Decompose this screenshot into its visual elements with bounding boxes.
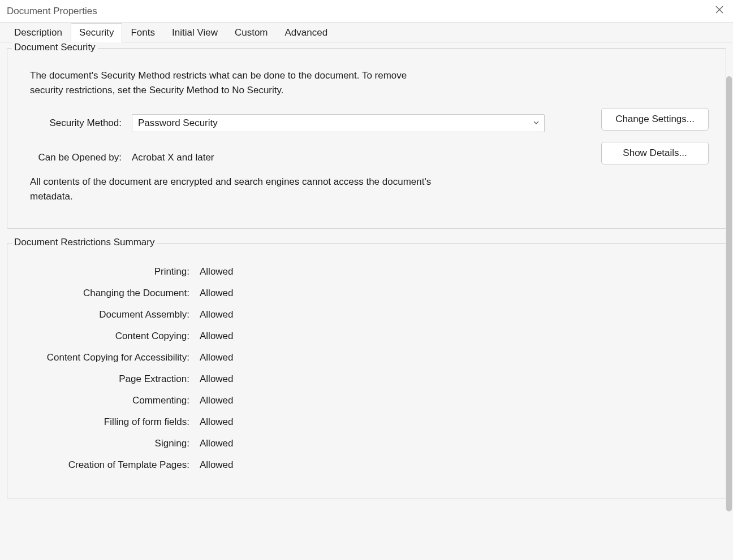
document-security-group: Document Security The document's Securit…	[7, 48, 726, 229]
restriction-row: Signing: Allowed	[30, 438, 709, 449]
scrollbar[interactable]	[726, 76, 732, 511]
restriction-label: Page Extraction:	[30, 374, 200, 385]
tab-content: Document Security The document's Securit…	[0, 42, 733, 560]
restriction-row: Printing: Allowed	[30, 266, 709, 277]
restrictions-list: Printing: Allowed Changing the Document:…	[30, 261, 709, 471]
restriction-value: Allowed	[200, 395, 234, 406]
security-buttons-column: Change Settings... Show Details...	[601, 108, 709, 164]
security-method-row: Security Method: Password Security	[30, 114, 607, 132]
group-legend: Document Restrictions Summary	[12, 237, 157, 248]
titlebar: Document Properties	[0, 0, 733, 22]
opened-by-row: Can be Opened by: Acrobat X and later	[30, 152, 607, 163]
restriction-row: Changing the Document: Allowed	[30, 288, 709, 299]
chevron-down-icon	[533, 118, 540, 129]
restriction-value: Allowed	[200, 416, 234, 428]
restriction-value: Allowed	[200, 352, 234, 363]
restriction-value: Allowed	[200, 374, 234, 385]
opened-by-label: Can be Opened by:	[30, 152, 132, 163]
restriction-label: Document Assembly:	[30, 309, 200, 320]
scrollbar-thumb[interactable]	[726, 76, 732, 511]
tab-security[interactable]: Security	[71, 23, 122, 42]
restriction-label: Creation of Template Pages:	[30, 459, 200, 471]
restriction-label: Content Copying for Accessibility:	[30, 352, 200, 363]
show-details-button[interactable]: Show Details...	[601, 142, 709, 164]
security-method-label: Security Method:	[30, 118, 132, 129]
encryption-note: All contents of the document are encrypt…	[30, 175, 449, 203]
restriction-row: Content Copying: Allowed	[30, 331, 709, 342]
tab-fonts[interactable]: Fonts	[122, 23, 163, 42]
tabs-bar: Description Security Fonts Initial View …	[0, 22, 733, 42]
close-button[interactable]	[712, 3, 727, 19]
restriction-value: Allowed	[200, 288, 234, 299]
restriction-row: Creation of Template Pages: Allowed	[30, 459, 709, 471]
security-method-dropdown[interactable]: Password Security	[132, 114, 545, 132]
restriction-label: Changing the Document:	[30, 288, 200, 299]
restriction-row: Commenting: Allowed	[30, 395, 709, 406]
restriction-label: Content Copying:	[30, 331, 200, 342]
restriction-label: Filling of form fields:	[30, 416, 200, 428]
change-settings-button[interactable]: Change Settings...	[601, 108, 709, 131]
restriction-row: Filling of form fields: Allowed	[30, 416, 709, 428]
restriction-label: Printing:	[30, 266, 200, 277]
window-title: Document Properties	[7, 6, 97, 17]
restriction-row: Page Extraction: Allowed	[30, 374, 709, 385]
group-legend: Document Security	[12, 42, 98, 53]
restriction-value: Allowed	[200, 266, 234, 277]
security-intro-text: The document's Security Method restricts…	[30, 68, 426, 97]
document-restrictions-group: Document Restrictions Summary Printing: …	[7, 243, 726, 498]
tab-custom[interactable]: Custom	[226, 23, 277, 42]
restriction-value: Allowed	[200, 438, 234, 449]
tab-initial-view[interactable]: Initial View	[163, 23, 226, 42]
restriction-value: Allowed	[200, 309, 234, 320]
restriction-label: Commenting:	[30, 395, 200, 406]
restriction-label: Signing:	[30, 438, 200, 449]
restriction-value: Allowed	[200, 331, 234, 342]
close-icon	[715, 5, 724, 17]
tab-description[interactable]: Description	[6, 23, 71, 42]
restriction-value: Allowed	[200, 459, 234, 471]
opened-by-value: Acrobat X and later	[132, 152, 214, 163]
restriction-row: Content Copying for Accessibility: Allow…	[30, 352, 709, 363]
security-method-value: Password Security	[138, 118, 218, 129]
restriction-row: Document Assembly: Allowed	[30, 309, 709, 320]
tab-advanced[interactable]: Advanced	[277, 23, 337, 42]
